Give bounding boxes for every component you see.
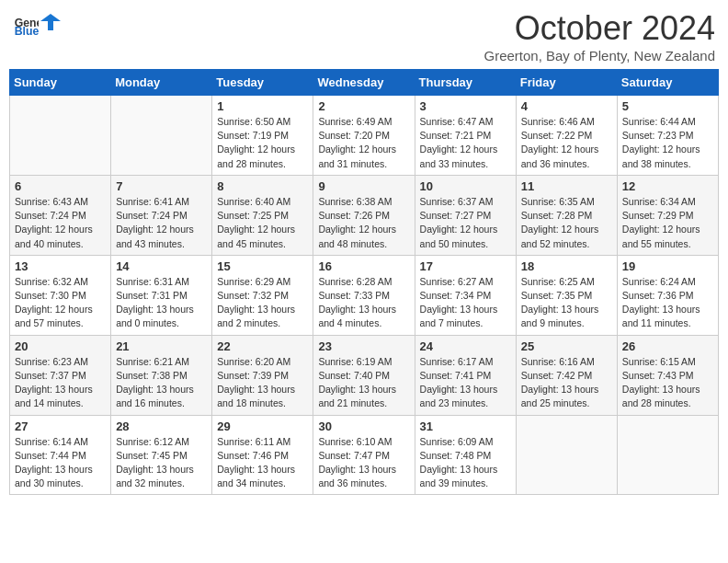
day-info: Sunrise: 6:10 AM Sunset: 7:47 PM Dayligh…	[318, 435, 409, 491]
day-info: Sunrise: 6:40 AM Sunset: 7:25 PM Dayligh…	[217, 195, 308, 251]
day-number: 5	[622, 99, 713, 113]
day-number: 11	[521, 179, 612, 193]
day-info: Sunrise: 6:32 AM Sunset: 7:30 PM Dayligh…	[15, 275, 106, 331]
page-header: General Blue October 2024 Greerton, Bay …	[9, 9, 719, 63]
day-number: 30	[318, 419, 409, 433]
svg-marker-2	[40, 14, 61, 30]
day-number: 29	[217, 419, 308, 433]
calendar-cell: 27Sunrise: 6:14 AM Sunset: 7:44 PM Dayli…	[10, 415, 111, 495]
calendar-header-row: Sunday Monday Tuesday Wednesday Thursday…	[10, 70, 719, 96]
day-info: Sunrise: 6:14 AM Sunset: 7:44 PM Dayligh…	[15, 435, 106, 491]
day-info: Sunrise: 6:12 AM Sunset: 7:45 PM Dayligh…	[116, 435, 207, 491]
calendar-cell: 16Sunrise: 6:28 AM Sunset: 7:33 PM Dayli…	[313, 255, 415, 335]
calendar-cell	[10, 96, 111, 176]
day-info: Sunrise: 6:38 AM Sunset: 7:26 PM Dayligh…	[318, 195, 409, 251]
day-info: Sunrise: 6:23 AM Sunset: 7:37 PM Dayligh…	[15, 355, 106, 411]
month-title: October 2024	[483, 9, 715, 48]
calendar-cell: 26Sunrise: 6:15 AM Sunset: 7:43 PM Dayli…	[617, 335, 718, 415]
day-info: Sunrise: 6:17 AM Sunset: 7:41 PM Dayligh…	[420, 355, 511, 411]
calendar-cell: 7Sunrise: 6:41 AM Sunset: 7:24 PM Daylig…	[111, 175, 212, 255]
day-number: 27	[15, 419, 106, 433]
day-number: 14	[116, 259, 207, 273]
day-info: Sunrise: 6:44 AM Sunset: 7:23 PM Dayligh…	[622, 115, 713, 171]
day-info: Sunrise: 6:21 AM Sunset: 7:38 PM Dayligh…	[116, 355, 207, 411]
day-info: Sunrise: 6:35 AM Sunset: 7:28 PM Dayligh…	[521, 195, 612, 251]
col-tuesday: Tuesday	[212, 70, 313, 96]
day-number: 3	[420, 99, 511, 113]
day-info: Sunrise: 6:25 AM Sunset: 7:35 PM Dayligh…	[521, 275, 612, 331]
calendar-cell: 8Sunrise: 6:40 AM Sunset: 7:25 PM Daylig…	[212, 175, 313, 255]
calendar-cell: 10Sunrise: 6:37 AM Sunset: 7:27 PM Dayli…	[415, 175, 516, 255]
title-block: October 2024 Greerton, Bay of Plenty, Ne…	[483, 9, 715, 63]
day-number: 20	[15, 339, 106, 353]
day-info: Sunrise: 6:47 AM Sunset: 7:21 PM Dayligh…	[420, 115, 511, 171]
location: Greerton, Bay of Plenty, New Zealand	[483, 48, 715, 63]
day-info: Sunrise: 6:15 AM Sunset: 7:43 PM Dayligh…	[622, 355, 713, 411]
day-info: Sunrise: 6:27 AM Sunset: 7:34 PM Dayligh…	[420, 275, 511, 331]
day-info: Sunrise: 6:19 AM Sunset: 7:40 PM Dayligh…	[318, 355, 409, 411]
day-number: 25	[521, 339, 612, 353]
calendar-cell: 1Sunrise: 6:50 AM Sunset: 7:19 PM Daylig…	[212, 96, 313, 176]
day-number: 24	[420, 339, 511, 353]
col-thursday: Thursday	[415, 70, 516, 96]
day-info: Sunrise: 6:46 AM Sunset: 7:22 PM Dayligh…	[521, 115, 612, 171]
logo-bird-icon	[40, 12, 61, 32]
calendar-cell: 28Sunrise: 6:12 AM Sunset: 7:45 PM Dayli…	[111, 415, 212, 495]
day-number: 7	[116, 179, 207, 193]
calendar-cell: 24Sunrise: 6:17 AM Sunset: 7:41 PM Dayli…	[415, 335, 516, 415]
day-number: 15	[217, 259, 308, 273]
day-number: 4	[521, 99, 612, 113]
calendar-cell: 5Sunrise: 6:44 AM Sunset: 7:23 PM Daylig…	[617, 96, 718, 176]
day-number: 10	[420, 179, 511, 193]
calendar-cell: 14Sunrise: 6:31 AM Sunset: 7:31 PM Dayli…	[111, 255, 212, 335]
calendar-cell	[617, 415, 718, 495]
calendar-week-5: 27Sunrise: 6:14 AM Sunset: 7:44 PM Dayli…	[10, 415, 719, 495]
day-number: 31	[420, 419, 511, 433]
calendar-cell: 31Sunrise: 6:09 AM Sunset: 7:48 PM Dayli…	[415, 415, 516, 495]
day-number: 26	[622, 339, 713, 353]
calendar-cell	[111, 96, 212, 176]
day-number: 28	[116, 419, 207, 433]
day-info: Sunrise: 6:28 AM Sunset: 7:33 PM Dayligh…	[318, 275, 409, 331]
calendar-cell: 12Sunrise: 6:34 AM Sunset: 7:29 PM Dayli…	[617, 175, 718, 255]
day-info: Sunrise: 6:37 AM Sunset: 7:27 PM Dayligh…	[420, 195, 511, 251]
day-number: 9	[318, 179, 409, 193]
day-number: 16	[318, 259, 409, 273]
calendar-cell: 17Sunrise: 6:27 AM Sunset: 7:34 PM Dayli…	[415, 255, 516, 335]
day-info: Sunrise: 6:09 AM Sunset: 7:48 PM Dayligh…	[420, 435, 511, 491]
calendar-cell: 22Sunrise: 6:20 AM Sunset: 7:39 PM Dayli…	[212, 335, 313, 415]
calendar-table: Sunday Monday Tuesday Wednesday Thursday…	[9, 69, 719, 495]
day-info: Sunrise: 6:49 AM Sunset: 7:20 PM Dayligh…	[318, 115, 409, 171]
calendar-cell: 4Sunrise: 6:46 AM Sunset: 7:22 PM Daylig…	[516, 96, 617, 176]
day-info: Sunrise: 6:16 AM Sunset: 7:42 PM Dayligh…	[521, 355, 612, 411]
calendar-cell: 30Sunrise: 6:10 AM Sunset: 7:47 PM Dayli…	[313, 415, 415, 495]
calendar-cell: 21Sunrise: 6:21 AM Sunset: 7:38 PM Dayli…	[111, 335, 212, 415]
day-number: 2	[318, 99, 409, 113]
calendar-cell: 29Sunrise: 6:11 AM Sunset: 7:46 PM Dayli…	[212, 415, 313, 495]
day-info: Sunrise: 6:41 AM Sunset: 7:24 PM Dayligh…	[116, 195, 207, 251]
calendar-cell: 20Sunrise: 6:23 AM Sunset: 7:37 PM Dayli…	[10, 335, 111, 415]
calendar-cell: 6Sunrise: 6:43 AM Sunset: 7:24 PM Daylig…	[10, 175, 111, 255]
day-number: 22	[217, 339, 308, 353]
col-friday: Friday	[516, 70, 617, 96]
day-info: Sunrise: 6:31 AM Sunset: 7:31 PM Dayligh…	[116, 275, 207, 331]
logo-icon: General Blue	[13, 9, 39, 35]
day-number: 17	[420, 259, 511, 273]
calendar-cell	[516, 415, 617, 495]
day-number: 21	[116, 339, 207, 353]
calendar-cell: 18Sunrise: 6:25 AM Sunset: 7:35 PM Dayli…	[516, 255, 617, 335]
day-info: Sunrise: 6:34 AM Sunset: 7:29 PM Dayligh…	[622, 195, 713, 251]
calendar-cell: 2Sunrise: 6:49 AM Sunset: 7:20 PM Daylig…	[313, 96, 415, 176]
calendar-cell: 3Sunrise: 6:47 AM Sunset: 7:21 PM Daylig…	[415, 96, 516, 176]
calendar-cell: 11Sunrise: 6:35 AM Sunset: 7:28 PM Dayli…	[516, 175, 617, 255]
col-monday: Monday	[111, 70, 212, 96]
calendar-week-4: 20Sunrise: 6:23 AM Sunset: 7:37 PM Dayli…	[10, 335, 719, 415]
calendar-week-2: 6Sunrise: 6:43 AM Sunset: 7:24 PM Daylig…	[10, 175, 719, 255]
calendar-cell: 15Sunrise: 6:29 AM Sunset: 7:32 PM Dayli…	[212, 255, 313, 335]
day-info: Sunrise: 6:29 AM Sunset: 7:32 PM Dayligh…	[217, 275, 308, 331]
calendar-week-3: 13Sunrise: 6:32 AM Sunset: 7:30 PM Dayli…	[10, 255, 719, 335]
day-number: 1	[217, 99, 308, 113]
day-info: Sunrise: 6:50 AM Sunset: 7:19 PM Dayligh…	[217, 115, 308, 171]
day-number: 12	[622, 179, 713, 193]
day-number: 13	[15, 259, 106, 273]
